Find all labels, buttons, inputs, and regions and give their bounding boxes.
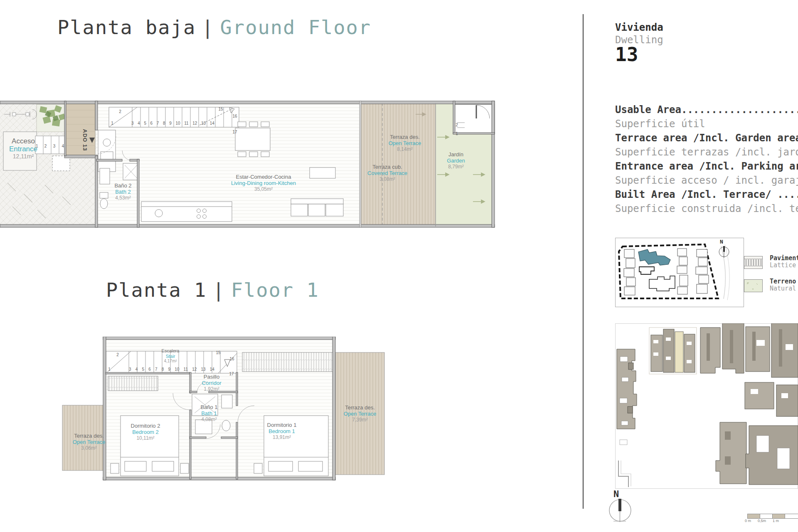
floor1-title-separator: | [207,278,231,301]
room-label-open-terrace-gf: Terraza des. Open Terrace 8,14m² [389,134,421,152]
f1-stair-17: 17 [229,372,234,376]
spec-entrance-area-es: Superficie acceso / incl. garaje/ [615,175,798,186]
bath1-label-es: Baño 1 [200,404,217,411]
corridor-label-es: Pasillo [202,374,222,380]
floor1-title-english: Floor 1 [231,278,319,301]
brochure-page: Planta baja|Ground Floor [0,0,798,532]
dwelling-number: 13 [615,43,638,66]
room-label-open-terrace-f1-right: Terraza des. Open Terrace 7,39m² [344,405,377,423]
corridor-label-area: 1,92m² [202,387,222,392]
gf-stair-run: 34567891011121314 [131,121,214,126]
room-label-open-terrace-f1-left: Terraza des. Open Terrace 3,06m² [73,433,106,451]
legend-swatch-lattice [744,256,763,269]
legend-swatch-natural [744,279,763,292]
sideboard [310,167,335,178]
f1-stair-16: 16 [229,357,234,361]
f1-stair-15: 15 [216,350,220,355]
info-panel: Vivienda Dwelling 13 Usable Area........… [584,0,798,532]
bedroom2-label-area: 10,11m² [131,436,160,441]
spec-usable-area-es: Superficie útil [615,118,705,130]
room-label-bath1: Baño 1 Bath 1 4,08m² [200,404,217,422]
living-label-es: Estar-Comedor-Cocina [231,174,296,180]
gf-stair-2: 2 [119,109,121,114]
terrace-right-en: Open Terrace [344,411,377,417]
ground-title-english: Ground Floor [220,16,372,39]
entrance-label-en: Entrance [9,145,37,153]
f1-stair-run: 34567891011121314 [129,367,214,372]
living-label-en: Living-Dining room-Kitchen [231,180,296,187]
floor1-title-spanish: Planta 1 [106,278,207,301]
ado-13-label: ADO 13 [82,129,88,151]
ground-title-spanish: Planta baja [57,16,196,39]
f1-wardrobe-right [242,352,333,372]
big-plan-bottom-cluster [716,422,798,485]
kitchen-island [141,202,232,222]
terrace-right-area: 7,39m² [344,417,377,423]
bath2-label-en: Bath 2 [114,189,131,195]
garden-label-en: Garden [447,158,465,164]
bedroom2-label-es: Dormitorio 2 [131,423,160,429]
ado-access-strip [64,103,98,158]
open-terrace-gf-area: 8,14m² [389,147,421,153]
living-label-area: 35,05m² [231,187,296,192]
garden-label-es: Jardín [447,152,465,158]
open-terrace-gf-es: Terraza des. [389,134,421,140]
bedroom1-label-en: Bedroom 1 [267,429,297,435]
corridor-label-en: Corridor [202,380,222,387]
terrace-left-area: 3,06m² [73,446,106,451]
stair-label-en: Stair [162,353,180,359]
f1-stair-2: 2 [116,352,119,357]
room-label-living: Estar-Comedor-Cocina Living-Dining room-… [231,174,296,192]
terrace-left-en: Open Terrace [73,439,106,446]
legend-natural-en: Natural [770,285,796,292]
room-label-bath2: Baño 2 Bath 2 4,53m² [114,183,131,201]
bath1-label-en: Bath 1 [200,411,217,417]
open-terrace-gf-en: Open Terrace [389,140,421,147]
entry-tread-numbers: 1234 [36,144,64,148]
site-location-map [615,238,744,307]
scale-bar-ticks: 0 m0,5m1 m [745,519,779,523]
f1-stair-1: 1 [108,367,111,372]
gf-stair-1: 1 [111,121,113,126]
spec-usable-area-en: Usable Area.......................... [615,104,798,116]
ground-floor-plan-drawing [0,98,499,231]
f1-wardrobe-left [108,376,158,391]
spec-entrance-area-en: Entrance area /Incl. Parking area/... [615,160,798,172]
room-label-stair: Escalera Stair 4,17m² [162,348,180,363]
room-label-garden: Jardín Garden 8,79m² [447,152,465,170]
room-label-bedroom2: Dormitorio 2 Bedroom 2 10,11m² [131,423,160,441]
entrance-label-area: 12,11m² [9,153,37,160]
corner-room [454,104,495,133]
garden-step-1: 1 [456,131,458,136]
bath2-label-area: 4,53m² [114,195,131,201]
bedroom2-label-en: Bedroom 2 [131,429,160,436]
legend-natural-es: Terreno [770,278,796,285]
spec-terrace-area-es: Superficie terrazas /incl. jardín/ [615,146,798,158]
terrace-left-es: Terraza des. [73,433,106,439]
entrance-label-es: Acceso [9,137,37,145]
bath1-label-area: 4,08m² [200,417,217,423]
covered-terrace-area: 3,08m² [367,177,407,182]
kitchen-counter-wall [98,130,116,172]
spec-built-area-en: Built Area /Incl. Terrace/ .......... [615,189,798,200]
map-compass-n-label: N [720,239,723,245]
legend-lattice-en: Lattice [770,261,796,269]
spec-built-area-es: Superficie construida /incl. terraza/ [615,203,798,214]
bedroom1-label-area: 13,91m² [267,435,297,441]
gf-stair-16: 16 [232,114,237,118]
garden-label-area: 8,79m² [447,164,465,170]
terrace-right-es: Terraza des. [344,405,377,411]
stair-label-es: Escalera [162,348,180,354]
big-plan-right-cluster [700,323,798,377]
garden-step-2: 2 [456,123,458,127]
scale-bar [747,514,798,519]
legend-lattice-es: Pavimento [770,254,798,262]
room-label-corridor: Pasillo Corridor 1,92m² [202,374,222,392]
site-plan-large [615,323,798,489]
ground-floor-title: Planta baja|Ground Floor [57,16,371,39]
room-label-bedroom1: Dormitorio 1 Bedroom 1 13,91m² [267,422,297,440]
bedroom1-label-es: Dormitorio 1 [267,422,297,429]
dwelling-label-es: Vivienda [615,22,663,33]
stair-label-area: 4,17m² [162,359,180,363]
sofa [291,199,343,216]
